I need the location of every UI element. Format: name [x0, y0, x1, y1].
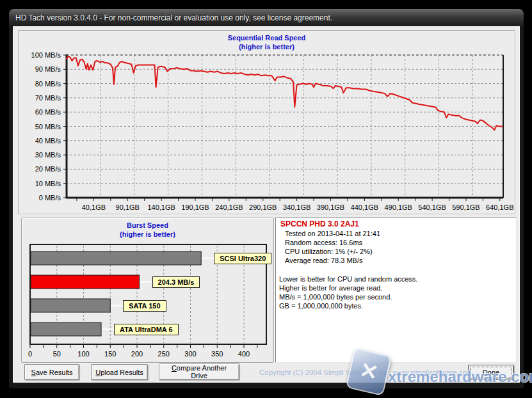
svg-text:60 MB/s: 60 MB/s	[35, 108, 61, 116]
window-client-area: 0 MB/s10 MB/s20 MB/s30 MB/s40 MB/s50 MB/…	[13, 26, 520, 383]
svg-text:250: 250	[158, 350, 170, 358]
svg-text:0: 0	[28, 350, 32, 358]
svg-text:100 MB/s: 100 MB/s	[31, 51, 61, 59]
bar-callout-label: ATA UltraDMA 6	[114, 324, 179, 335]
compare-another-drive-label: Compare Another Drive	[163, 364, 235, 379]
bar-callout-label: 204.3 MB/s	[152, 276, 200, 288]
svg-text:440,1GB: 440,1GB	[351, 203, 378, 211]
note-line: GB = 1,000,000,000 bytes.	[279, 301, 516, 310]
svg-text:40 MB/s: 40 MB/s	[35, 137, 61, 145]
svg-text:300: 300	[184, 350, 196, 358]
burst-bar	[31, 251, 201, 265]
done-button[interactable]: Done	[468, 365, 514, 379]
svg-text:90,1GB: 90,1GB	[116, 203, 140, 211]
svg-text:390,1GB: 390,1GB	[317, 203, 344, 211]
random-access: Random access: 16.6ms	[285, 238, 516, 247]
svg-text:80 MB/s: 80 MB/s	[35, 80, 61, 88]
screenshot-canvas: HD Tach version 3.0.4.0 - For non-commer…	[0, 0, 532, 398]
svg-text:30 MB/s: 30 MB/s	[35, 151, 61, 159]
svg-text:350: 350	[211, 350, 223, 358]
svg-text:540,1GB: 540,1GB	[418, 203, 446, 211]
svg-text:70 MB/s: 70 MB/s	[35, 94, 61, 102]
upload-results-button[interactable]: Upload Results	[91, 364, 148, 380]
window-title: HD Tach version 3.0.4.0 - For non-commer…	[9, 13, 332, 22]
burst-bar	[31, 299, 110, 312]
read-speed-line	[67, 56, 503, 130]
svg-text:20 MB/s: 20 MB/s	[35, 165, 61, 173]
burst-speed-chart: 050100150200250300350400	[22, 218, 273, 362]
svg-text:200: 200	[131, 350, 143, 358]
copyright-text: Copyright (C) 2004 Simpli Software, Inc.…	[259, 369, 473, 376]
svg-text:50 MB/s: 50 MB/s	[35, 123, 61, 131]
svg-text:150: 150	[104, 350, 116, 358]
svg-text:340,1GB: 340,1GB	[283, 203, 310, 211]
svg-text:0 MB/s: 0 MB/s	[39, 194, 61, 202]
svg-text:190,1GB: 190,1GB	[181, 203, 209, 211]
burst-bar	[31, 275, 140, 289]
svg-text:640,1GB: 640,1GB	[486, 203, 513, 211]
save-results-button[interactable]: Save Results	[24, 364, 79, 380]
burst-bar	[31, 322, 101, 336]
svg-text:290,1GB: 290,1GB	[249, 203, 277, 211]
hdtach-window: HD Tach version 3.0.4.0 - For non-commer…	[9, 9, 524, 388]
sequential-chart-title: Sequential Read Speed	[19, 34, 515, 42]
note-line: Lower is better for CPU and random acces…	[279, 275, 516, 283]
burst-speed-panel: 050100150200250300350400 Burst Speed (hi…	[21, 218, 274, 363]
bar-callout-label: SCSI Ultra320	[214, 253, 271, 264]
note-line: Higher is better for average read.	[279, 283, 516, 292]
svg-text:400: 400	[238, 350, 250, 358]
svg-text:140,1GB: 140,1GB	[147, 203, 175, 211]
svg-text:40,1GB: 40,1GB	[82, 203, 106, 211]
sequential-read-panel: 0 MB/s10 MB/s20 MB/s30 MB/s40 MB/s50 MB/…	[18, 30, 515, 214]
svg-text:50: 50	[53, 350, 61, 358]
cpu-utilization: CPU utilization: 1% (+/- 2%)	[285, 247, 516, 256]
average-read: Average read: 78.3 MB/s	[285, 256, 516, 265]
sequential-read-chart: 0 MB/s10 MB/s20 MB/s30 MB/s40 MB/s50 MB/…	[19, 31, 515, 214]
bar-callout-label: SATA 150	[123, 300, 166, 312]
burst-chart-subtitle: (higher is better)	[22, 230, 273, 238]
sequential-chart-subtitle: (higher is better)	[19, 43, 515, 51]
compare-another-drive-button[interactable]: Compare Another Drive	[159, 363, 239, 380]
save-results-label: Save Results	[31, 369, 73, 376]
svg-text:240,1GB: 240,1GB	[215, 203, 243, 211]
svg-text:590,1GB: 590,1GB	[452, 203, 480, 211]
done-label: Done	[483, 369, 499, 376]
window-titlebar[interactable]: HD Tach version 3.0.4.0 - For non-commer…	[9, 9, 524, 26]
upload-results-label: Upload Results	[95, 369, 143, 376]
notes-block: Lower is better for CPU and random acces…	[279, 275, 516, 310]
results-panel: SPCCN PHD 3.0 2AJ1 Tested on 2013-04-11 …	[275, 218, 517, 363]
svg-text:10 MB/s: 10 MB/s	[35, 180, 61, 187]
svg-text:100: 100	[77, 350, 89, 358]
tested-on: Tested on 2013-04-11 at 21:41	[285, 229, 516, 238]
burst-chart-title: Burst Speed	[22, 221, 273, 229]
note-line: MB/s = 1,000,000 bytes per second.	[279, 292, 516, 301]
svg-text:490,1GB: 490,1GB	[385, 203, 412, 211]
svg-text:90 MB/s: 90 MB/s	[35, 65, 61, 73]
drive-name: SPCCN PHD 3.0 2AJ1	[280, 219, 516, 228]
